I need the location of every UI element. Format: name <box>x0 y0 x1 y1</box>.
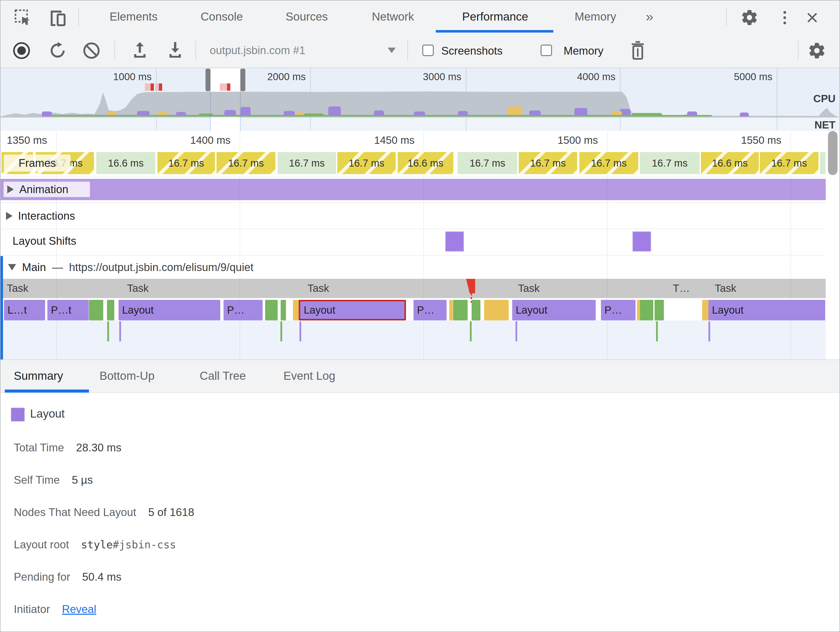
event-p[interactable]: P… <box>414 300 447 320</box>
expand-triangle-icon[interactable] <box>7 185 14 193</box>
layout-shift-marker[interactable] <box>445 232 464 252</box>
divider <box>196 41 196 60</box>
memory-checkbox-label[interactable]: Memory <box>564 44 603 57</box>
tab-bottom-up[interactable]: Bottom-Up <box>99 359 155 392</box>
devtools-window: » × ElementsConsoleSourcesNetworkPerform… <box>0 0 840 632</box>
frame-cell[interactable]: 16.7 ms <box>760 152 818 174</box>
screenshots-checkbox[interactable] <box>422 44 434 56</box>
frames-track-label[interactable]: Frames <box>4 154 71 172</box>
selection-edge-right <box>240 91 241 131</box>
event-segment[interactable] <box>265 300 278 320</box>
task-label[interactable]: Task <box>308 282 329 294</box>
vertical-scrollbar[interactable] <box>826 131 840 359</box>
event-layout[interactable]: Layout <box>299 300 406 320</box>
inspect-element-icon[interactable] <box>13 8 33 27</box>
event-segment[interactable] <box>702 300 706 320</box>
animation-track-bar[interactable] <box>0 179 826 200</box>
summary-value-part: #jsbin-css <box>113 539 176 551</box>
summary-row-total-time: Total Time28.30 ms <box>14 441 122 455</box>
frame-cell[interactable]: 16.6 ms <box>96 152 155 174</box>
event-layout[interactable]: Layout <box>709 300 825 320</box>
row-divider <box>0 202 826 203</box>
event-p[interactable]: P… <box>601 300 636 320</box>
timeline-overview[interactable]: 1000 ms2000 ms3000 ms4000 ms5000 ms CPU … <box>0 68 840 131</box>
tab-summary[interactable]: Summary <box>14 359 63 392</box>
frame-cell[interactable]: 16.7 ms <box>640 152 699 174</box>
frame-cell[interactable]: 16.6 ms <box>701 152 759 174</box>
kebab-menu-icon[interactable] <box>778 8 791 27</box>
close-icon[interactable]: × <box>801 6 823 28</box>
event-segment[interactable] <box>107 300 114 320</box>
frame-cell[interactable]: 16.7 ms <box>337 152 396 174</box>
settings-gear-icon[interactable] <box>739 8 759 28</box>
load-profile-icon[interactable] <box>131 41 149 61</box>
frame-cell[interactable]: 16.7 ms <box>216 152 275 174</box>
tab-network[interactable]: Network <box>338 0 448 33</box>
reload-and-record-icon[interactable] <box>48 41 67 60</box>
event-segment[interactable] <box>484 300 509 320</box>
frame-cell[interactable]: 16.7 ms <box>157 152 215 174</box>
device-toolbar-icon[interactable] <box>47 8 68 27</box>
scrollbar-thumb[interactable] <box>828 131 837 175</box>
trash-icon[interactable] <box>628 40 647 61</box>
long-task-marker <box>220 84 227 91</box>
tab-call-tree[interactable]: Call Tree <box>200 359 246 392</box>
task-label[interactable]: T… <box>673 282 690 294</box>
main-track-header[interactable]: Main — https://output.jsbin.com/elisum/9… <box>8 260 254 275</box>
tab-performance[interactable]: Performance <box>440 0 550 33</box>
event-segment[interactable] <box>449 300 453 320</box>
memory-checkbox[interactable] <box>540 44 552 56</box>
task-label[interactable]: Task <box>715 282 736 294</box>
frame-cell[interactable] <box>820 152 826 174</box>
selection-handle-right[interactable] <box>240 69 245 91</box>
event-segment[interactable] <box>472 300 480 320</box>
summary-label: Nodes That Need Layout <box>14 506 136 518</box>
frame-cell[interactable]: 16.7 ms <box>458 152 517 174</box>
summary-row-layout-root: Layout rootstyle#jsbin-css <box>14 538 176 552</box>
task-label[interactable]: Task <box>127 282 148 294</box>
clear-recording-icon[interactable] <box>82 41 101 60</box>
target-selector[interactable]: output.jsbin.com #1 <box>210 44 305 57</box>
child-event-tick <box>470 322 472 341</box>
tab-memory[interactable]: Memory <box>540 0 651 33</box>
event-layout[interactable]: Layout <box>118 300 220 320</box>
event-segment[interactable] <box>453 300 467 320</box>
event-lt[interactable]: L…t <box>4 300 45 320</box>
interactions-track-label[interactable]: Interactions <box>6 208 75 224</box>
event-segment[interactable] <box>89 300 103 320</box>
event-segment[interactable] <box>655 300 664 320</box>
event-pt[interactable]: P…t <box>47 300 89 320</box>
task-label[interactable]: Task <box>518 282 540 294</box>
layout-legend-swatch <box>11 408 25 422</box>
screenshots-checkbox-label[interactable]: Screenshots <box>441 44 503 57</box>
task-label[interactable]: Task <box>7 282 28 294</box>
event-layout[interactable]: Layout <box>512 300 596 320</box>
frame-cell[interactable]: 16.7 ms <box>278 152 336 174</box>
frame-cell[interactable]: 16.7 ms <box>519 152 577 174</box>
event-segment[interactable] <box>640 300 653 320</box>
reveal-link[interactable]: Reveal <box>62 603 96 615</box>
event-segment[interactable] <box>281 300 286 320</box>
summary-label: Self Time <box>14 474 60 486</box>
tab-event-log[interactable]: Event Log <box>283 359 335 392</box>
ruler-time-label: 1350 ms <box>0 134 47 147</box>
selection-handle-left[interactable] <box>205 69 210 91</box>
chevron-down-icon[interactable] <box>388 47 396 53</box>
long-task-flag-icon <box>466 279 475 293</box>
layout-shifts-label-text: Layout Shifts <box>13 235 76 247</box>
frame-cell[interactable]: 16.7 ms <box>579 152 638 174</box>
save-profile-icon[interactable] <box>166 41 184 61</box>
summary-value: 50.4 ms <box>82 571 122 583</box>
event-p[interactable]: P… <box>224 300 263 320</box>
layout-shift-marker[interactable] <box>633 232 651 252</box>
devtools-tabbar: » × ElementsConsoleSourcesNetworkPerform… <box>0 0 840 33</box>
animation-track-label[interactable]: Animation <box>3 181 90 197</box>
capture-settings-gear-icon[interactable] <box>807 41 827 61</box>
frame-cell[interactable]: 16.6 ms <box>398 152 453 174</box>
task-strip[interactable] <box>3 279 826 298</box>
row-divider <box>0 255 826 255</box>
collapse-triangle-icon[interactable] <box>8 264 16 271</box>
activity-bump <box>51 115 712 117</box>
record-button[interactable] <box>12 41 31 60</box>
expand-triangle-icon[interactable] <box>6 212 13 220</box>
